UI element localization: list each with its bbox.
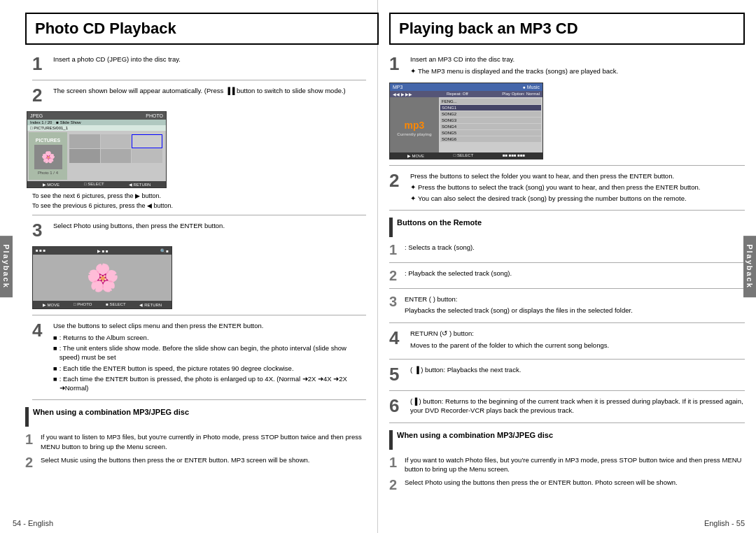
screen2-body: 🌸 bbox=[33, 255, 172, 301]
btn-num-3: 3 bbox=[389, 294, 400, 308]
buttons-item-2: 2 : Playback the selected track (song). bbox=[389, 269, 745, 283]
right-subsection-title: When using a combination MP3/JPEG disc bbox=[397, 430, 553, 440]
step-1-number: 1 bbox=[32, 55, 48, 73]
btn-content-2: : Playback the selected track (song). bbox=[405, 269, 745, 278]
btn-content-1: : Selects a track (song). bbox=[405, 243, 745, 252]
buttons-item-3: 3 ENTER ( ) button: Playbacks the select… bbox=[389, 294, 745, 318]
btn-num-1: 1 bbox=[389, 243, 400, 257]
right-sub-content-1: If you want to watch Photo files, but yo… bbox=[405, 455, 745, 474]
photo-screen-mockup: JPEG PHOTO Index 1 / 20 ■ Slide Show □ P… bbox=[27, 111, 167, 188]
left-step-2: 2 The screen shown below will appear aut… bbox=[32, 86, 366, 104]
footer-right: English - 55 bbox=[704, 519, 745, 527]
step-4-bullet-3: ■ : Each title the ENTER button is speed… bbox=[53, 364, 366, 373]
step2-note1: ✦ Press the buttons to select the track … bbox=[410, 183, 745, 192]
step-4-bullet-4: ■ : Each time the ENTER button is presse… bbox=[53, 374, 366, 393]
see-next-caption: To see the next 6 pictures, press the ▶ … bbox=[32, 192, 366, 199]
right-step-4-content: RETURN (↺ ) button: Moves to the parent … bbox=[410, 329, 745, 352]
right-subsection-bar bbox=[389, 430, 393, 450]
screen2-bottom: ▶ MOVE □ PHOTO ■ SELECT ◀ RETURN bbox=[33, 301, 172, 308]
screen-body: PICTURES 🌸 Photo 1 / 4 bbox=[27, 131, 166, 181]
step-4-content: Use the buttons to select clips menu and… bbox=[53, 321, 366, 392]
mp3-bottom-bar: ▶ MOVE □ SELECT ■■ ■■■ ■■■ bbox=[390, 152, 542, 159]
right-sub-step-2: 2 Select Photo using the buttons then pr… bbox=[389, 478, 745, 492]
page-container: Playback Photo CD Playback 1 Insert a ph… bbox=[0, 0, 756, 533]
btn-content-3: ENTER ( ) button: Playbacks the selected… bbox=[405, 294, 745, 318]
right-step-2-content: Press the buttons to select the folder y… bbox=[410, 171, 745, 203]
right-step-1: 1 Insert an MP3 CD into the disc tray. ✦… bbox=[389, 55, 745, 76]
buttons-bar bbox=[389, 218, 393, 237]
left-step-1: 1 Insert a photo CD (JPEG) into the disc… bbox=[32, 55, 366, 73]
right-sub-step-1: 1 If you want to watch Photo files, but … bbox=[389, 455, 745, 474]
left-side-tab: Playback bbox=[0, 236, 13, 297]
right-subsection: When using a combination MP3/JPEG disc 1… bbox=[389, 430, 745, 492]
buttons-item-1: 1 : Selects a track (song). bbox=[389, 243, 745, 257]
right-step-4: 4 RETURN (↺ ) button: Moves to the paren… bbox=[389, 329, 745, 352]
left-sub-step-1: 1 If you want to listen to MP3 files, bu… bbox=[25, 432, 366, 451]
mp3-screen-mockup: MP3 ● Music ◀◀ ▶ ▶▶ Repeat: Off Play Opt… bbox=[389, 83, 543, 159]
right-subsection-heading: When using a combination MP3/JPEG disc bbox=[389, 430, 745, 450]
photo-screen-mockup-2: ■ ■ ■ ▶ ■ ■ 🔍 ■ 🌸 ▶ MOVE □ PHOTO ■ SELEC… bbox=[32, 246, 172, 309]
sub-step-2-num: 2 bbox=[25, 455, 36, 469]
subsection-bar bbox=[25, 407, 29, 427]
left-subsection: When using a combination MP3/JPEG disc 1… bbox=[25, 407, 366, 469]
mp3-controls-bar: ◀◀ ▶ ▶▶ Repeat: Off Play Option: Normal bbox=[390, 91, 542, 97]
left-subsection-heading: When using a combination MP3/JPEG disc bbox=[25, 407, 366, 427]
right-page: Playing back an MP3 CD 1 Insert an MP3 C… bbox=[378, 0, 756, 533]
mp3-top-bar: MP3 ● Music bbox=[390, 83, 542, 91]
subsection-title: When using a combination MP3/JPEG disc bbox=[33, 407, 189, 417]
left-sub-step-2: 2 Select Music using the buttons then pr… bbox=[25, 455, 366, 469]
screen-bottom-bar: ▶ MOVE □ SELECT ◀ RETURN bbox=[27, 181, 166, 187]
sub-step-1-num: 1 bbox=[25, 432, 36, 446]
step-1-content: Insert a photo CD (JPEG) into the disc t… bbox=[53, 55, 366, 66]
right-step-2: 2 Press the buttons to select the folder… bbox=[389, 171, 745, 203]
btn-num-2: 2 bbox=[389, 269, 400, 283]
right-step-2-number: 2 bbox=[389, 171, 405, 190]
step-3-content: Select Photo using buttons, then press t… bbox=[53, 221, 366, 232]
buttons-title: Buttons on the Remote bbox=[397, 218, 482, 227]
step-4-bullet-1: ■ : Returns to the Album screen. bbox=[53, 333, 366, 342]
step-2-number: 2 bbox=[32, 86, 48, 104]
right-step-1-content: Insert an MP3 CD into the disc tray. ✦ T… bbox=[410, 55, 745, 76]
left-step-3: 3 Select Photo using buttons, then press… bbox=[32, 221, 366, 239]
right-step-5-number: 5 bbox=[389, 365, 405, 383]
right-step-6-content: (▐ ) button: Returns to the beginning of… bbox=[410, 397, 745, 415]
right-page-title: Playing back an MP3 CD bbox=[389, 13, 745, 45]
left-page-title: Photo CD Playback bbox=[25, 13, 379, 45]
right-side-tab: Playback bbox=[743, 236, 756, 297]
right-sub-content-2: Select Photo using the buttons then pres… bbox=[405, 478, 745, 487]
mp3-art-area: mp3 Currently playing bbox=[390, 97, 439, 159]
right-step-1-number: 1 bbox=[389, 55, 405, 73]
right-step-5-content: ( ▐ ) button: Playbacks the next track. bbox=[410, 365, 745, 374]
right-step-4-number: 4 bbox=[389, 329, 405, 347]
step2-note2: ✦ You can also select the desired track … bbox=[410, 194, 745, 203]
left-step-4: 4 Use the buttons to select clips menu a… bbox=[32, 321, 366, 392]
step1-note: ✦ The MP3 menu is displayed and the trac… bbox=[410, 66, 745, 76]
right-step-6-number: 6 bbox=[389, 397, 405, 415]
buttons-section: Buttons on the Remote 1 : Selects a trac… bbox=[389, 218, 745, 318]
step-2-content: The screen shown below will appear autom… bbox=[53, 86, 366, 97]
step-3-number: 3 bbox=[32, 221, 48, 239]
see-prev-caption: To see the previous 6 pictures, press th… bbox=[32, 202, 366, 209]
buttons-heading: Buttons on the Remote bbox=[389, 218, 745, 237]
mp3-body: mp3 Currently playing FENG... SONG1 SONG… bbox=[390, 97, 542, 159]
right-sub-num-2: 2 bbox=[389, 478, 400, 492]
screen-path-bar: Index 1 / 20 ■ Slide Show bbox=[27, 120, 166, 125]
screen-grid bbox=[67, 132, 164, 165]
screen-sidebar: PICTURES 🌸 Photo 1 / 4 bbox=[29, 132, 67, 180]
footer-left: 54 - English bbox=[13, 519, 53, 527]
right-sub-num-1: 1 bbox=[389, 455, 400, 469]
screen-thumbnails bbox=[67, 132, 164, 180]
step-4-number: 4 bbox=[32, 321, 48, 339]
step-4-bullet-2: ■ : The unit enters slide show mode. Bef… bbox=[53, 343, 366, 362]
sub-step-2-content: Select Music using the buttons then pres… bbox=[41, 455, 366, 464]
screen2-top: ■ ■ ■ ▶ ■ ■ 🔍 ■ bbox=[33, 247, 172, 255]
screen-folder-bar: □ PICTURES/001_1 bbox=[27, 125, 166, 131]
screen-top-bar: JPEG PHOTO bbox=[27, 112, 166, 120]
right-step-5: 5 ( ▐ ) button: Playbacks the next track… bbox=[389, 365, 745, 383]
sub-step-1-content: If you want to listen to MP3 files, but … bbox=[41, 432, 366, 451]
right-step-6: 6 (▐ ) button: Returns to the beginning … bbox=[389, 397, 745, 415]
mp3-file-list: FENG... SONG1 SONG2 SONG3 SONG4 SONG5 SO… bbox=[439, 97, 542, 159]
left-page: Playback Photo CD Playback 1 Insert a ph… bbox=[0, 0, 378, 533]
